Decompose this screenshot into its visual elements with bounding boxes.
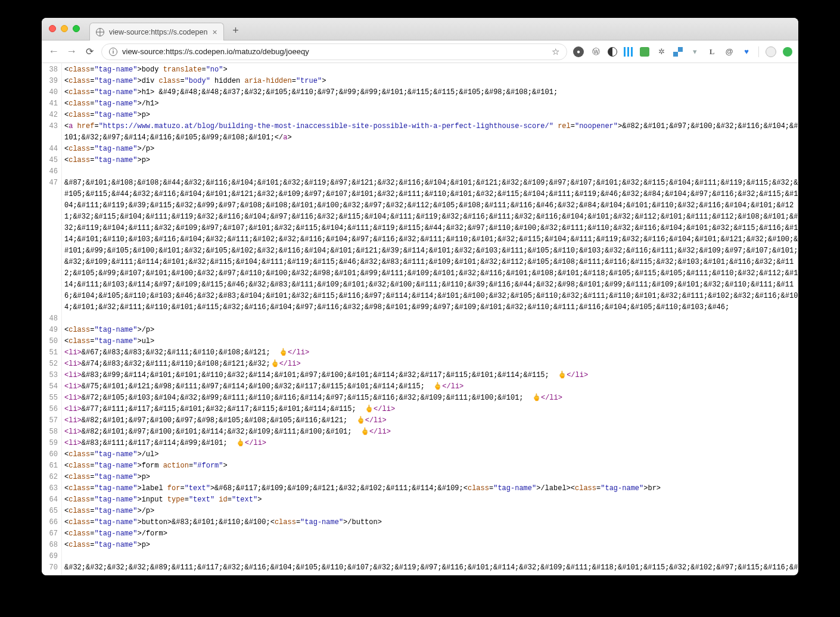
extension-icon[interactable]: [640, 47, 649, 57]
extension-icon[interactable]: [783, 47, 792, 57]
globe-icon: [96, 28, 104, 36]
browser-window: view-source:https://s.codepen × + ← → ⟳ …: [42, 18, 798, 575]
window-controls: [49, 25, 80, 32]
tab-strip: view-source:https://s.codepen × +: [89, 18, 244, 40]
extension-icon[interactable]: Ⓦ: [590, 46, 601, 57]
line-number-gutter: 3839404142434445464748495051525354555657…: [42, 63, 62, 575]
divider: [758, 46, 759, 57]
extension-icon[interactable]: [673, 47, 683, 57]
tab-title: view-source:https://s.codepen: [109, 28, 207, 36]
extension-icon[interactable]: @: [724, 46, 735, 57]
bookmark-star-icon[interactable]: ☆: [552, 46, 559, 57]
browser-tab[interactable]: view-source:https://s.codepen ×: [89, 23, 224, 40]
forward-button[interactable]: →: [66, 45, 77, 58]
source-view: 3839404142434445464748495051525354555657…: [42, 63, 798, 575]
extensions: ● Ⓦ ✲ ▾ L @ ♥: [573, 46, 792, 57]
toolbar: ← → ⟳ i view-source:https://s.codepen.io…: [42, 40, 798, 63]
reload-button[interactable]: ⟳: [83, 46, 95, 57]
close-tab-button[interactable]: ×: [212, 28, 217, 36]
extension-icon[interactable]: [624, 47, 633, 57]
site-info-icon[interactable]: i: [109, 48, 117, 56]
maximize-window-button[interactable]: [73, 25, 80, 32]
close-window-button[interactable]: [49, 25, 56, 32]
profile-avatar-icon[interactable]: [766, 46, 776, 57]
source-code[interactable]: <class="tag-name">body translate="no"><c…: [62, 63, 798, 575]
extension-icon[interactable]: ●: [573, 46, 584, 57]
new-tab-button[interactable]: +: [228, 22, 244, 39]
extension-icon[interactable]: ▾: [689, 46, 700, 57]
minimize-window-button[interactable]: [61, 25, 68, 32]
back-button[interactable]: ←: [48, 45, 60, 58]
url-text: view-source:https://s.codepen.io/matuzo/…: [122, 47, 309, 56]
extension-icon[interactable]: ✲: [656, 46, 667, 57]
titlebar: view-source:https://s.codepen × +: [42, 18, 798, 40]
extension-icon[interactable]: [608, 47, 617, 57]
extension-icon[interactable]: L: [707, 46, 717, 57]
extension-icon[interactable]: ♥: [741, 46, 752, 57]
address-bar[interactable]: i view-source:https://s.codepen.io/matuz…: [101, 43, 567, 60]
